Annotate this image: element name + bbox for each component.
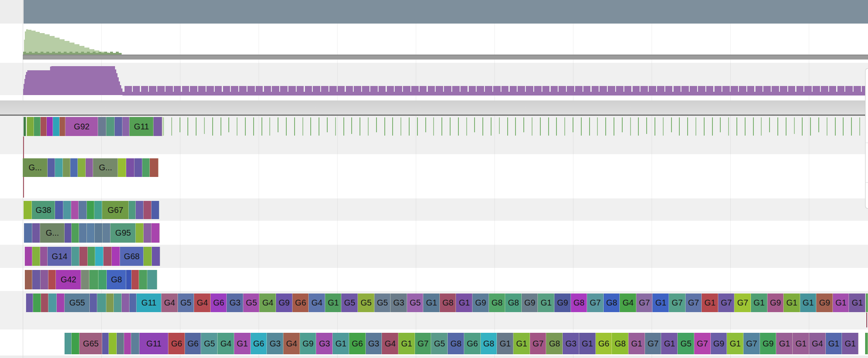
trace-span[interactable] <box>78 158 86 177</box>
trace-span[interactable] <box>131 333 139 354</box>
trace-span-G6[interactable]: G6 <box>596 333 612 354</box>
trace-span-G9[interactable]: G9 <box>300 333 317 354</box>
trace-span[interactable] <box>63 158 70 177</box>
trace-span-G3[interactable]: G3 <box>366 333 382 354</box>
trace-span-G9[interactable]: G9 <box>554 294 571 312</box>
trace-span-G6[interactable]: G6 <box>251 333 267 354</box>
trace-span-G3[interactable]: G3 <box>267 333 283 354</box>
trace-span-G55[interactable]: G55 <box>65 294 90 312</box>
trace-span-G3[interactable]: G3 <box>316 333 333 354</box>
trace-span[interactable] <box>98 117 106 136</box>
trace-span[interactable] <box>89 270 98 289</box>
trace-span[interactable] <box>48 294 57 312</box>
trace-span[interactable] <box>115 117 122 136</box>
trace-span[interactable] <box>144 247 152 266</box>
trace-span[interactable] <box>72 223 79 243</box>
trace-span-G9[interactable]: G9 <box>522 294 538 312</box>
trace-span[interactable] <box>151 201 159 219</box>
trace-span[interactable] <box>53 117 60 136</box>
trace-span-G8[interactable]: G8 <box>107 270 126 289</box>
trace-span-G1[interactable]: G1 <box>833 294 849 312</box>
trace-span-G6[interactable]: G6 <box>185 333 201 354</box>
trace-span-G9[interactable]: G9 <box>767 294 784 312</box>
trace-span-G1[interactable]: G1 <box>579 333 596 354</box>
trace-span[interactable] <box>26 294 33 312</box>
trace-span[interactable] <box>147 270 157 289</box>
trace-span-G1[interactable]: G1 <box>628 333 645 354</box>
trace-span-G8[interactable]: G8 <box>481 333 497 354</box>
trace-span[interactable] <box>151 223 160 243</box>
trace-span-G1[interactable]: G1 <box>784 294 800 312</box>
trace-span[interactable] <box>79 201 87 219</box>
trace-span-G1[interactable]: G1 <box>513 333 530 354</box>
trace-span-G8[interactable]: G8 <box>612 333 628 354</box>
trace-span[interactable] <box>34 117 41 136</box>
trace-span-G5[interactable]: G5 <box>431 333 448 354</box>
trace-span-G68[interactable]: G68 <box>120 247 144 266</box>
trace-span-G1[interactable]: G1 <box>325 294 342 312</box>
trace-span-G1[interactable]: G1 <box>398 333 415 354</box>
trace-span[interactable] <box>124 333 131 354</box>
trace-span[interactable] <box>41 117 47 136</box>
trace-span-G8[interactable]: G8 <box>546 333 563 354</box>
trace-span-G9[interactable]: G9 <box>711 333 727 354</box>
trace-span-G5[interactable]: G5 <box>243 294 260 312</box>
trace-span-G95[interactable]: G95 <box>110 223 136 243</box>
trace-span-G8[interactable]: G8 <box>448 333 464 354</box>
trace-span-G5[interactable]: G5 <box>178 294 194 312</box>
trace-span-G1[interactable]: G1 <box>538 294 554 312</box>
trace-span[interactable] <box>95 247 103 266</box>
trace-span[interactable] <box>865 333 868 354</box>
trace-span-G4[interactable]: G4 <box>161 294 178 312</box>
trace-span-G4[interactable]: G4 <box>382 333 398 354</box>
trace-span-G1[interactable]: G1 <box>826 333 842 354</box>
trace-span-G4[interactable]: G4 <box>218 333 234 354</box>
trace-span-G1[interactable]: G1 <box>776 333 793 354</box>
trace-span[interactable] <box>63 201 71 219</box>
trace-span[interactable] <box>71 201 79 219</box>
trace-span-G1[interactable]: G1 <box>751 294 767 312</box>
trace-span-G7[interactable]: G7 <box>587 294 604 312</box>
trace-span-G8[interactable]: G8 <box>505 294 522 312</box>
trace-span-G5[interactable]: G5 <box>201 333 218 354</box>
trace-span-G5[interactable]: G5 <box>358 294 374 312</box>
trace-span-G3[interactable]: G3 <box>391 294 407 312</box>
trace-span[interactable] <box>129 201 136 219</box>
trace-span-G8[interactable]: G8 <box>571 294 587 312</box>
trace-span-G7[interactable]: G7 <box>686 294 702 312</box>
trace-span-G1[interactable]: G1 <box>800 294 817 312</box>
trace-span-G1[interactable]: G1 <box>849 294 866 312</box>
trace-span[interactable] <box>95 223 103 243</box>
trace-span[interactable] <box>81 270 89 289</box>
trace-span-G3[interactable]: G3 <box>227 294 243 312</box>
trace-span-G7[interactable]: G7 <box>734 294 751 312</box>
trace-span-G9[interactable]: G9 <box>760 333 777 354</box>
trace-span-G1[interactable]: G1 <box>842 333 858 354</box>
trace-span-G7[interactable]: G7 <box>645 333 662 354</box>
trace-span[interactable] <box>48 158 55 177</box>
trace-span[interactable] <box>24 201 32 219</box>
trace-span-G9[interactable]: G9 <box>472 294 489 312</box>
trace-span[interactable] <box>98 270 107 289</box>
trace-span-G14[interactable]: G14 <box>48 247 72 266</box>
trace-span-G4[interactable]: G4 <box>283 333 300 354</box>
trace-span[interactable] <box>47 117 53 136</box>
trace-span[interactable] <box>32 223 40 243</box>
trace-span-G3[interactable]: G3 <box>563 333 579 354</box>
trace-span[interactable] <box>109 333 117 354</box>
trace-span[interactable] <box>117 333 124 354</box>
trace-span[interactable] <box>41 294 48 312</box>
trace-span-G5[interactable]: G5 <box>374 294 391 312</box>
trace-span-G6[interactable]: G6 <box>293 294 309 312</box>
trace-span-G[interactable]: G... <box>23 158 48 177</box>
trace-span[interactable] <box>60 117 65 136</box>
trace-span[interactable] <box>27 117 34 136</box>
trace-span-G1[interactable]: G1 <box>234 333 251 354</box>
trace-span-G7[interactable]: G7 <box>636 294 653 312</box>
trace-span[interactable] <box>32 247 40 266</box>
trace-span[interactable] <box>132 270 139 289</box>
trace-span-G1[interactable]: G1 <box>652 294 669 312</box>
trace-span[interactable] <box>162 117 163 136</box>
trace-span-G38[interactable]: G38 <box>32 201 55 219</box>
trace-span[interactable] <box>24 223 32 243</box>
